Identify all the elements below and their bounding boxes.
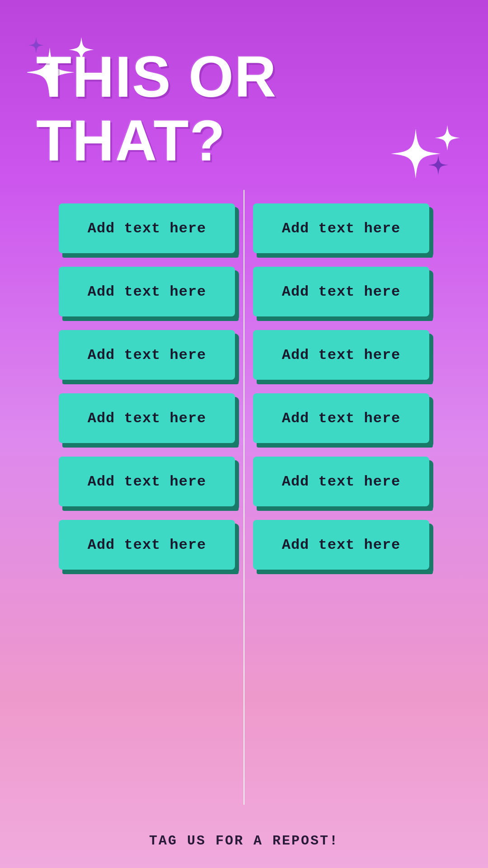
btn-row5-right[interactable]: Add text here xyxy=(253,457,429,506)
page: THIS OR THAT? Add text xyxy=(0,0,488,868)
sparkle-purple-right xyxy=(428,155,448,175)
btn-row1-right[interactable]: Add text here xyxy=(253,203,429,253)
btn-row4-right[interactable]: Add text here xyxy=(253,393,429,443)
row-4: Add text here Add text here xyxy=(27,393,461,443)
btn-row4-left[interactable]: Add text here xyxy=(59,393,235,443)
sparkle-group-right xyxy=(389,124,461,185)
btn-row6-left[interactable]: Add text here xyxy=(59,520,235,570)
footer: TAG US FOR A REPOST! xyxy=(149,814,339,868)
row-1: Add text here Add text here xyxy=(27,203,461,253)
row-3: Add text here Add text here xyxy=(27,330,461,380)
btn-row2-left[interactable]: Add text here xyxy=(59,267,235,316)
btn-row2-right[interactable]: Add text here xyxy=(253,267,429,316)
btn-row1-left[interactable]: Add text here xyxy=(59,203,235,253)
btn-row3-left[interactable]: Add text here xyxy=(59,330,235,380)
row-6: Add text here Add text here xyxy=(27,520,461,570)
btn-row3-right[interactable]: Add text here xyxy=(253,330,429,380)
header: THIS OR THAT? xyxy=(0,0,488,194)
row-2: Add text here Add text here xyxy=(27,267,461,316)
content-area: Add text here Add text here Add text her… xyxy=(0,194,488,814)
btn-row6-right[interactable]: Add text here xyxy=(253,520,429,570)
sparkle-small-right xyxy=(435,125,460,151)
btn-row5-left[interactable]: Add text here xyxy=(59,457,235,506)
row-5: Add text here Add text here xyxy=(27,457,461,506)
footer-text: TAG US FOR A REPOST! xyxy=(149,833,339,849)
sparkle-large-right xyxy=(391,129,441,179)
